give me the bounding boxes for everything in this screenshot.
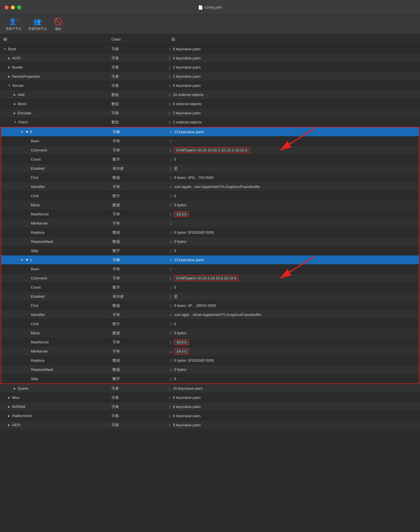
- table-row[interactable]: Enabled布尔值▲▼是: [1, 164, 419, 173]
- table-row[interactable]: Identifier字串▲▼com.apple…iver.AppleIntelC…: [1, 182, 419, 191]
- table-row[interactable]: Comment字串▲▼DVMTpatch-10.15.4,10.15.5,10.…: [1, 274, 419, 283]
- value-stepper[interactable]: ▲▼: [169, 75, 171, 79]
- close-button[interactable]: [5, 5, 9, 9]
- value-stepper[interactable]: ▲▼: [170, 349, 172, 353]
- expand-triangle[interactable]: ▶: [14, 93, 16, 96]
- table-row[interactable]: ReplaceMask数据▲▼0 bytes:: [1, 237, 419, 246]
- value-stepper[interactable]: ▲▼: [170, 331, 172, 335]
- value-stepper[interactable]: ▲▼: [169, 84, 171, 88]
- value-stepper[interactable]: ▲▼: [169, 102, 171, 106]
- table-row[interactable]: ▶DeviceProperties字典▲▼2 key/value pairs: [0, 72, 420, 81]
- table-row[interactable]: ▼▼ 1字典▲▼13 key/value pairs: [1, 255, 419, 265]
- value-stepper[interactable]: ▲▼: [170, 295, 172, 299]
- table-row[interactable]: MaxKernel字串▲▼19.3.0: [1, 210, 419, 219]
- expand-triangle[interactable]: ▶: [8, 396, 10, 399]
- table-row[interactable]: Limit数字▲▼0: [1, 319, 419, 329]
- expand-triangle[interactable]: ▶: [8, 423, 10, 427]
- table-row[interactable]: Base字串▲▼: [1, 137, 419, 146]
- table-row[interactable]: ▼Kernel字典▲▼5 key/value pairs: [0, 81, 420, 90]
- expand-triangle[interactable]: ▶: [8, 414, 10, 417]
- value-stepper[interactable]: ▲▼: [170, 176, 172, 180]
- value-stepper[interactable]: ▲▼: [170, 231, 172, 235]
- table-row[interactable]: ▼▼ 0字典▲▼13 key/value pairs: [1, 127, 419, 137]
- expand-triangle[interactable]: ▶: [14, 387, 16, 390]
- delete-button[interactable]: 🚫 删除: [54, 18, 63, 31]
- table-row[interactable]: Find数据▲▼6 bytes: 0F8…703 0000: [1, 173, 419, 182]
- table-row[interactable]: MinKernel字串▲▼19.4.0: [1, 347, 419, 356]
- collapse-triangle[interactable]: ▼: [21, 130, 23, 133]
- table-row[interactable]: Enabled布尔值▲▼是: [1, 292, 419, 301]
- value-stepper[interactable]: ▲▼: [170, 240, 172, 244]
- table-row[interactable]: ▶UEFI字典▲▼9 key/value pairs: [0, 421, 420, 430]
- value-stepper[interactable]: ▲▼: [170, 267, 172, 271]
- value-stepper[interactable]: ▲▼: [169, 120, 171, 124]
- new-child-node-button[interactable]: 👤+ 新建子节点: [6, 18, 21, 31]
- expand-triangle[interactable]: ▶: [8, 75, 10, 78]
- value-stepper[interactable]: ▲▼: [170, 285, 172, 289]
- maximize-button[interactable]: [17, 5, 21, 9]
- value-stepper[interactable]: ▲▼: [170, 359, 172, 363]
- table-row[interactable]: ReplaceMask数据▲▼0 bytes:: [1, 365, 419, 374]
- value-stepper[interactable]: ▲▼: [169, 111, 171, 115]
- minimize-button[interactable]: [11, 5, 15, 9]
- table-row[interactable]: Mask数据▲▼0 bytes:: [1, 201, 419, 210]
- expand-triangle[interactable]: ▶: [8, 66, 10, 69]
- table-row[interactable]: Count数字▲▼0: [1, 155, 419, 164]
- table-row[interactable]: Find数据▲▼6 bytes: 0F…28F03 0000: [1, 301, 419, 310]
- value-stepper[interactable]: ▲▼: [170, 185, 172, 189]
- value-stepper[interactable]: ▲▼: [169, 47, 171, 51]
- table-row[interactable]: ▶Booter字典▲▼2 key/value pairs: [0, 63, 420, 72]
- value-stepper[interactable]: ▲▼: [170, 313, 172, 317]
- table-row[interactable]: ▶Misc字典▲▼6 key/value pairs: [0, 393, 420, 402]
- table-row[interactable]: MaxKernel字串▲▼19.6.0: [1, 338, 419, 347]
- expand-triangle[interactable]: ▶: [8, 405, 10, 408]
- value-stepper[interactable]: ▲▼: [170, 249, 172, 253]
- value-stepper[interactable]: ▲▼: [169, 56, 171, 60]
- value-stepper[interactable]: ▲▼: [170, 258, 172, 262]
- value-stepper[interactable]: ▲▼: [170, 377, 172, 381]
- value-stepper[interactable]: ▲▼: [170, 130, 172, 134]
- table-row[interactable]: Skip数字▲▼0: [1, 246, 419, 255]
- value-stepper[interactable]: ▲▼: [170, 167, 172, 171]
- new-sibling-node-button[interactable]: 👥+ 新建同级节点: [28, 18, 47, 31]
- expand-triangle[interactable]: ▶: [8, 57, 10, 60]
- expand-triangle[interactable]: ▶: [14, 102, 16, 105]
- table-row[interactable]: ▶Block数组▲▼0 ordered objects: [0, 99, 420, 109]
- collapse-triangle[interactable]: ▼: [8, 84, 11, 87]
- collapse-triangle[interactable]: ▼: [14, 121, 17, 124]
- value-stepper[interactable]: ▲▼: [170, 148, 172, 152]
- value-stepper[interactable]: ▲▼: [169, 65, 171, 69]
- table-row[interactable]: Mask数据▲▼0 bytes:: [1, 329, 419, 338]
- value-stepper[interactable]: ▲▼: [169, 387, 171, 391]
- table-row[interactable]: Replace数据▲▼6 bytes: 0F820000 0000: [1, 356, 419, 365]
- value-stepper[interactable]: ▲▼: [170, 304, 172, 308]
- table-row[interactable]: Comment字串▲▼DVMTpatch-10.15-10.15.1-10.15…: [1, 146, 419, 155]
- value-stepper[interactable]: ▲▼: [170, 368, 172, 372]
- value-stepper[interactable]: ▲▼: [170, 221, 172, 225]
- table-row[interactable]: ▶Quirks字典▲▼15 key/value pairs: [0, 384, 420, 393]
- value-stepper[interactable]: ▲▼: [170, 157, 172, 161]
- table-row[interactable]: MinKernel字串▲▼: [1, 219, 419, 228]
- table-row[interactable]: Limit数字▲▼0: [1, 191, 419, 201]
- table-row[interactable]: ▶Add数组▲▼24 ordered objects: [0, 90, 420, 99]
- collapse-triangle[interactable]: ▼: [21, 258, 23, 261]
- value-stepper[interactable]: ▲▼: [169, 396, 171, 400]
- value-stepper[interactable]: ▲▼: [170, 203, 172, 207]
- value-stepper[interactable]: ▲▼: [170, 340, 172, 344]
- collapse-triangle[interactable]: ▼: [3, 47, 6, 51]
- value-stepper[interactable]: ▲▼: [170, 194, 172, 198]
- table-row[interactable]: ▶ACPI字典▲▼4 key/value pairs: [0, 54, 420, 63]
- table-row[interactable]: Skip数字▲▼0: [1, 374, 419, 383]
- table-row[interactable]: Replace数据▲▼6 bytes: 0F820000 0000: [1, 228, 419, 237]
- table-row[interactable]: ▼Root字典▲▼8 key/value pairs: [0, 45, 420, 54]
- value-stepper[interactable]: ▲▼: [169, 405, 171, 409]
- value-stepper[interactable]: ▲▼: [170, 276, 172, 280]
- value-stepper[interactable]: ▲▼: [170, 322, 172, 326]
- table-row[interactable]: ▶PlatformInfo字典▲▼6 key/value pairs: [0, 411, 420, 421]
- table-row[interactable]: ▶NVRAM字典▲▼6 key/value pairs: [0, 402, 420, 411]
- table-row[interactable]: Identifier字串▲▼com.appl…driver.AppleIntel…: [1, 310, 419, 319]
- value-stepper[interactable]: ▲▼: [169, 414, 171, 418]
- value-stepper[interactable]: ▲▼: [169, 423, 171, 427]
- table-row[interactable]: ▼Patch数组▲▼2 ordered objects: [0, 118, 420, 127]
- expand-triangle[interactable]: ▶: [14, 111, 16, 115]
